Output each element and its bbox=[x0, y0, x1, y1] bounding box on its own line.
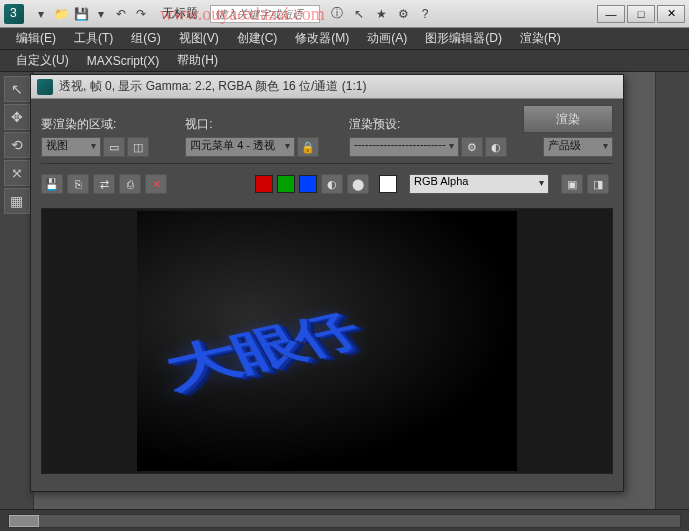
region-select[interactable]: 视图 bbox=[41, 137, 101, 157]
toggle-overlay-icon[interactable]: ▣ bbox=[561, 174, 583, 194]
main-menubar: 编辑(E) 工具(T) 组(G) 视图(V) 创建(C) 修改器(M) 动画(A… bbox=[0, 28, 689, 50]
arrow-icon[interactable]: ↖ bbox=[350, 5, 368, 23]
app-logo bbox=[4, 4, 24, 24]
menu-create[interactable]: 创建(C) bbox=[229, 28, 286, 49]
menu-edit[interactable]: 编辑(E) bbox=[8, 28, 64, 49]
menu-tools[interactable]: 工具(T) bbox=[66, 28, 121, 49]
rendered-image: 大眼仔 bbox=[137, 211, 517, 471]
maximize-button[interactable]: □ bbox=[627, 5, 655, 23]
document-title: 无标题 bbox=[162, 5, 198, 22]
rendered-3d-text: 大眼仔 bbox=[159, 304, 377, 407]
region-edit-icon[interactable]: ▭ bbox=[103, 137, 125, 157]
viewport-label: 视口: bbox=[185, 116, 333, 133]
alpha-icon[interactable]: ◐ bbox=[321, 174, 343, 194]
compare-icon[interactable]: ⇄ bbox=[93, 174, 115, 194]
timeline-track[interactable] bbox=[8, 514, 681, 528]
green-channel-swatch[interactable] bbox=[277, 175, 295, 193]
select-tool-icon[interactable]: ↖ bbox=[4, 76, 30, 102]
save-icon[interactable]: 💾 bbox=[72, 5, 90, 23]
region-crop-icon[interactable]: ◫ bbox=[127, 137, 149, 157]
blue-channel-swatch[interactable] bbox=[299, 175, 317, 193]
help-search-input[interactable] bbox=[210, 5, 320, 23]
toggle-frame-icon[interactable]: ◨ bbox=[587, 174, 609, 194]
clone-icon[interactable]: ⎘ bbox=[67, 174, 89, 194]
redo-icon[interactable]: ↷ bbox=[132, 5, 150, 23]
preset-label: 渲染预设: bbox=[349, 116, 507, 133]
render-button[interactable]: 渲染 bbox=[523, 105, 613, 133]
render-logo-icon bbox=[37, 79, 53, 95]
menu-help[interactable]: 帮助(H) bbox=[169, 50, 226, 71]
timeline-thumb[interactable] bbox=[9, 515, 39, 527]
render-controls: 要渲染的区域: 视图 ▭ ◫ 视口: 四元菜单 4 - 透视 bbox=[31, 99, 623, 204]
close-button[interactable]: ✕ bbox=[657, 5, 685, 23]
menu-maxscript[interactable]: MAXScript(X) bbox=[79, 52, 168, 70]
star-icon[interactable]: ★ bbox=[372, 5, 390, 23]
save-dropdown-icon[interactable]: ▾ bbox=[92, 5, 110, 23]
lock-icon[interactable] bbox=[297, 137, 319, 157]
main-area: ↖ ✥ ⟲ ⤧ ▦ 透视, 帧 0, 显示 Gamma: 2.2, RGBA 颜… bbox=[0, 72, 689, 509]
rotate-tool-icon[interactable]: ⟲ bbox=[4, 132, 30, 158]
undo-icon[interactable]: ↶ bbox=[112, 5, 130, 23]
move-tool-icon[interactable]: ✥ bbox=[4, 104, 30, 130]
preset-select[interactable]: ------------------------- bbox=[349, 137, 459, 157]
timeline-bar bbox=[0, 509, 689, 531]
viewport-canvas[interactable]: 透视, 帧 0, 显示 Gamma: 2.2, RGBA 颜色 16 位/通道 … bbox=[34, 72, 655, 509]
snap-tool-icon[interactable]: ▦ bbox=[4, 188, 30, 214]
production-select[interactable]: 产品级 bbox=[543, 137, 613, 157]
render-output-viewport[interactable]: 大眼仔 bbox=[41, 208, 613, 474]
right-command-panel[interactable] bbox=[655, 72, 689, 509]
render-titlebar[interactable]: 透视, 帧 0, 显示 Gamma: 2.2, RGBA 颜色 16 位/通道 … bbox=[31, 75, 623, 99]
white-swatch[interactable] bbox=[379, 175, 397, 193]
viewport-select[interactable]: 四元菜单 4 - 透视 bbox=[185, 137, 295, 157]
open-icon[interactable]: 📁 bbox=[52, 5, 70, 23]
info-icon[interactable]: ⓘ bbox=[328, 5, 346, 23]
menu-graph[interactable]: 图形编辑器(D) bbox=[417, 28, 510, 49]
menu-modifiers[interactable]: 修改器(M) bbox=[287, 28, 357, 49]
render-frame-window: 透视, 帧 0, 显示 Gamma: 2.2, RGBA 颜色 16 位/通道 … bbox=[30, 74, 624, 492]
save-image-icon[interactable]: 💾 bbox=[41, 174, 63, 194]
clear-icon[interactable]: ✕ bbox=[145, 174, 167, 194]
render-window-title: 透视, 帧 0, 显示 Gamma: 2.2, RGBA 颜色 16 位/通道 … bbox=[59, 78, 366, 95]
region-label: 要渲染的区域: bbox=[41, 116, 169, 133]
recent-files-icon[interactable]: ▾ bbox=[32, 5, 50, 23]
help-icon[interactable]: ? bbox=[416, 5, 434, 23]
gear-icon[interactable]: ⚙ bbox=[394, 5, 412, 23]
red-channel-swatch[interactable] bbox=[255, 175, 273, 193]
scale-tool-icon[interactable]: ⤧ bbox=[4, 160, 30, 186]
mono-icon[interactable]: ⬤ bbox=[347, 174, 369, 194]
preset-setup-icon[interactable]: ⚙ bbox=[461, 137, 483, 157]
channel-select[interactable]: RGB Alpha bbox=[409, 174, 549, 194]
preset-env-icon[interactable]: ◐ bbox=[485, 137, 507, 157]
menu-customize[interactable]: 自定义(U) bbox=[8, 50, 77, 71]
main-titlebar: ▾ 📁 💾 ▾ ↶ ↷ 无标题 ⓘ ↖ ★ ⚙ ? — □ ✕ bbox=[0, 0, 689, 28]
menu-render[interactable]: 渲染(R) bbox=[512, 28, 569, 49]
menu-group[interactable]: 组(G) bbox=[123, 28, 168, 49]
minimize-button[interactable]: — bbox=[597, 5, 625, 23]
left-toolbar: ↖ ✥ ⟲ ⤧ ▦ bbox=[0, 72, 34, 509]
main-menubar-2: 自定义(U) MAXScript(X) 帮助(H) bbox=[0, 50, 689, 72]
menu-views[interactable]: 视图(V) bbox=[171, 28, 227, 49]
menu-animation[interactable]: 动画(A) bbox=[359, 28, 415, 49]
print-icon[interactable]: ⎙ bbox=[119, 174, 141, 194]
